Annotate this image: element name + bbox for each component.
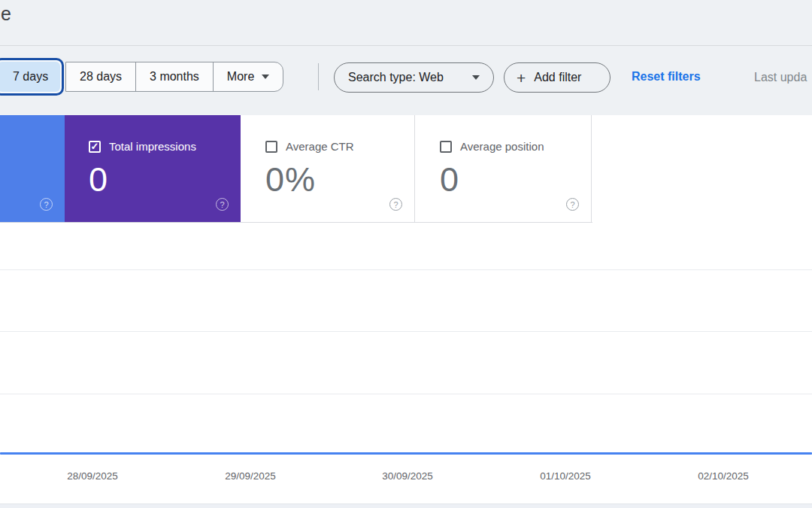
metric-card-average-ctr[interactable]: Average CTR 0% ? — [241, 115, 415, 222]
date-range-28-days[interactable]: 28 days — [66, 62, 135, 91]
metric-value: 0 — [440, 160, 591, 199]
filter-toolbar: 7 days 28 days 3 months More Search type… — [0, 46, 812, 115]
metric-label: Average position — [460, 140, 544, 153]
impressions-series-line — [0, 452, 812, 455]
metric-card-average-position[interactable]: Average position 0 ? — [415, 115, 592, 222]
metric-card-total-impressions[interactable]: ✓ Total impressions 0 ? — [65, 115, 241, 222]
date-range-7-days[interactable]: 7 days — [0, 62, 60, 92]
checkbox-checked-icon[interactable]: ✓ — [89, 141, 101, 153]
chart-gridline — [0, 331, 812, 332]
help-icon[interactable]: ? — [216, 198, 229, 211]
metric-value: 0% — [265, 160, 414, 199]
chart-gridline — [0, 269, 812, 270]
last-updated-text: Last upda — [754, 71, 807, 84]
page-header: e — [0, 0, 812, 46]
add-filter-button[interactable]: + Add filter — [504, 62, 611, 93]
checkbox-unchecked-icon[interactable] — [265, 141, 277, 153]
page-title: e — [1, 3, 11, 25]
toolbar-divider — [318, 63, 319, 90]
chart-gridline — [0, 394, 812, 394]
more-label: More — [227, 70, 254, 84]
metric-value: 0 — [89, 160, 241, 199]
next-section-edge — [0, 503, 812, 508]
help-icon[interactable]: ? — [566, 198, 579, 211]
x-axis-tick-label: 29/09/2025 — [225, 470, 276, 482]
chevron-down-icon — [262, 75, 269, 79]
date-range-more-button[interactable]: More — [213, 62, 283, 91]
reset-filters-link[interactable]: Reset filters — [632, 70, 701, 84]
x-axis-tick-label: 02/10/2025 — [698, 470, 749, 482]
chevron-down-icon — [472, 75, 480, 80]
plus-icon: + — [517, 70, 526, 86]
metric-card-total-clicks[interactable]: ? — [0, 115, 65, 222]
date-range-group: 28 days 3 months More — [65, 62, 283, 92]
search-type-filter-button[interactable]: Search type: Web — [334, 62, 494, 93]
date-range-3-months[interactable]: 3 months — [135, 62, 213, 91]
x-axis-tick-label: 01/10/2025 — [540, 470, 591, 482]
x-axis-tick-label: 30/09/2025 — [382, 470, 433, 482]
metric-cards-row: ? ✓ Total impressions 0 ? Average CTR 0%… — [0, 115, 592, 223]
metric-label: Total impressions — [109, 140, 196, 153]
performance-chart: 28/09/2025 29/09/2025 30/09/2025 01/10/2… — [0, 223, 812, 508]
checkbox-unchecked-icon[interactable] — [440, 141, 452, 153]
help-icon[interactable]: ? — [40, 198, 53, 211]
date-range-selected-ring: 7 days — [0, 58, 64, 96]
help-icon[interactable]: ? — [389, 198, 402, 211]
x-axis-tick-label: 28/09/2025 — [67, 470, 118, 482]
add-filter-label: Add filter — [534, 71, 581, 84]
search-type-label: Search type: Web — [348, 71, 444, 84]
metric-label: Average CTR — [286, 140, 354, 153]
